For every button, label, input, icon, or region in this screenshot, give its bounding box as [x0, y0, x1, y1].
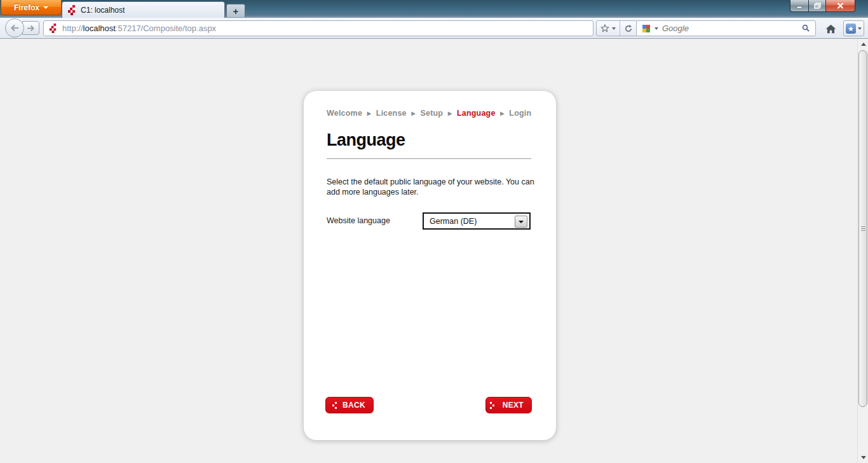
search-icon[interactable] — [802, 24, 810, 32]
page-title: Language — [327, 130, 531, 159]
chevron-down-icon — [654, 27, 658, 30]
breadcrumb-arrow-icon: ▶ — [411, 111, 415, 116]
chevron-down-icon — [43, 6, 48, 9]
composite-c1-favicon-icon — [49, 24, 57, 33]
url-prefix: http:// — [62, 24, 83, 33]
website-language-label: Website language — [327, 212, 390, 230]
pixel-arrow-left-icon — [332, 404, 334, 406]
scroll-down-button[interactable] — [858, 452, 868, 463]
forward-nav-button[interactable] — [22, 21, 39, 35]
browser-tab[interactable]: C1: localhost — [62, 1, 225, 18]
bookmark-star-button[interactable] — [597, 21, 620, 36]
url-path: :57217/Composite/top.aspx — [116, 24, 216, 33]
website-language-select[interactable]: German (DE) — [423, 212, 531, 230]
back-nav-button[interactable] — [5, 18, 24, 38]
scroll-up-button[interactable] — [858, 39, 868, 50]
page-viewport: Welcome ▶ License ▶ Setup ▶ Language ▶ L… — [0, 39, 857, 463]
chevron-down-icon — [612, 27, 616, 30]
breadcrumb-arrow-icon: ▶ — [367, 111, 371, 116]
bookmarks-menu-button[interactable]: ★ — [843, 20, 864, 36]
breadcrumb-step-license: License — [376, 109, 407, 118]
window-controls — [790, 0, 855, 12]
titlebar: Firefox C1: localhost + — [0, 0, 868, 18]
triangle-down-icon — [861, 456, 866, 459]
selected-language-value: German (DE) — [430, 217, 477, 226]
url-text: http://localhost:57217/Composite/top.asp… — [62, 24, 216, 33]
minimize-button[interactable] — [790, 0, 808, 12]
new-tab-button[interactable]: + — [226, 4, 245, 17]
next-button-label: NEXT — [503, 401, 524, 410]
bookmarks-star-icon: ★ — [846, 24, 856, 34]
reload-button[interactable] — [620, 21, 637, 36]
pixel-arrow-right-icon — [492, 404, 494, 406]
navigation-toolbar: http://localhost:57217/Composite/top.asp… — [0, 18, 868, 39]
tab-title: C1: localhost — [81, 6, 125, 15]
google-logo-icon — [642, 24, 651, 33]
vertical-scrollbar[interactable] — [857, 39, 868, 463]
search-box[interactable] — [636, 20, 816, 36]
arrow-left-icon — [10, 24, 19, 32]
scrollbar-gripper-icon — [861, 226, 865, 232]
star-outline-icon — [600, 24, 609, 32]
breadcrumb: Welcome ▶ License ▶ Setup ▶ Language ▶ L… — [327, 109, 531, 118]
chevron-down-icon — [519, 221, 524, 223]
back-button[interactable]: BACK — [325, 397, 374, 413]
url-domain: localhost — [83, 24, 116, 33]
language-form-row: Website language German (DE) — [327, 212, 531, 230]
scrollbar-thumb[interactable] — [858, 50, 867, 407]
next-button[interactable]: NEXT — [485, 397, 532, 413]
home-button[interactable] — [822, 20, 839, 37]
url-bar[interactable]: http://localhost:57217/Composite/top.asp… — [43, 20, 593, 36]
arrow-right-icon — [27, 25, 35, 32]
firefox-menu-button[interactable]: Firefox — [1, 0, 62, 15]
home-icon — [825, 24, 836, 34]
setup-wizard-card: Welcome ▶ License ▶ Setup ▶ Language ▶ L… — [304, 91, 556, 440]
chevron-down-icon — [858, 27, 862, 30]
search-input[interactable] — [662, 24, 798, 33]
url-actions-group — [596, 20, 637, 36]
plus-icon: + — [233, 6, 239, 17]
triangle-up-icon — [861, 43, 866, 46]
reload-icon — [624, 24, 633, 33]
page-description: Select the default public language of yo… — [327, 177, 536, 197]
select-dropdown-button[interactable] — [515, 216, 527, 228]
restore-icon — [814, 3, 821, 9]
breadcrumb-step-language-active: Language — [457, 109, 496, 118]
restore-button[interactable] — [808, 0, 826, 12]
breadcrumb-arrow-icon: ▶ — [500, 111, 504, 116]
breadcrumb-arrow-icon: ▶ — [448, 111, 452, 116]
back-button-label: BACK — [342, 401, 365, 410]
minimize-icon — [796, 3, 803, 9]
breadcrumb-step-welcome: Welcome — [327, 109, 362, 118]
composite-c1-favicon-icon — [67, 5, 76, 15]
close-icon — [837, 3, 844, 9]
close-button[interactable] — [826, 0, 855, 12]
breadcrumb-step-setup: Setup — [420, 109, 443, 118]
firefox-menu-label: Firefox — [14, 3, 39, 12]
breadcrumb-step-login: Login — [509, 109, 531, 118]
